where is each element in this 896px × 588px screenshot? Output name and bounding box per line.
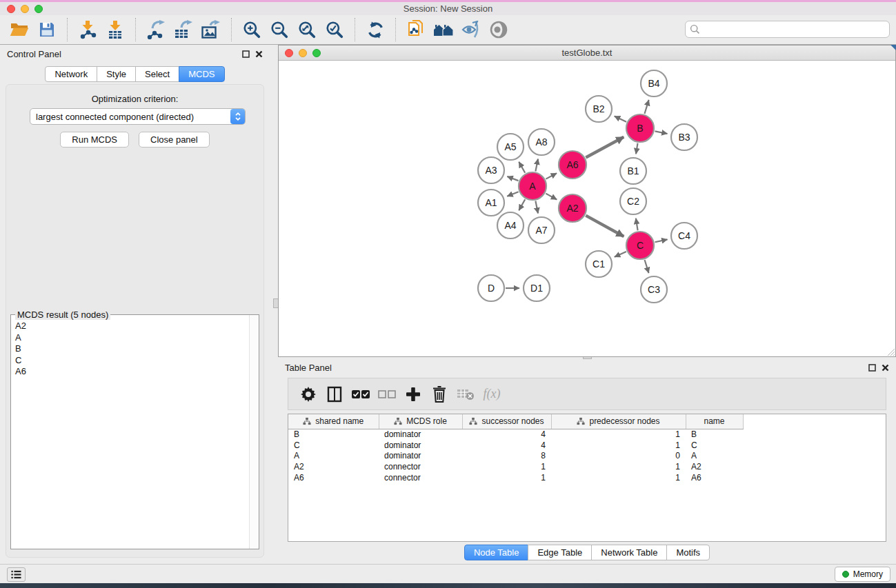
network-canvas[interactable]: AA1A2A3A4A5A6A7A8BB1B2B3B4CC1C2C3C4DD1 [279, 61, 895, 356]
close-panel-icon[interactable] [255, 50, 263, 58]
graph-edge-A-A2[interactable] [546, 194, 557, 200]
close-window-button[interactable] [7, 5, 15, 13]
network-minimize-button[interactable] [299, 49, 307, 57]
table-cell[interactable]: C [686, 440, 743, 451]
mcds-result-item[interactable]: A6 [11, 366, 248, 378]
graph-edge-A-A3[interactable] [507, 176, 518, 181]
column-header-mcds-role[interactable]: MCDS role [379, 414, 462, 429]
graph-node-B4[interactable]: B4 [641, 70, 667, 97]
table-cell[interactable]: 1 [551, 472, 686, 483]
graph-node-A4[interactable]: A4 [497, 212, 524, 239]
close-panel-icon[interactable] [882, 364, 889, 372]
graph-edge-C-C3[interactable] [645, 260, 649, 273]
column-header-predecessor-nodes[interactable]: predecessor nodes [551, 414, 686, 429]
table-cell[interactable]: 0 [551, 451, 686, 462]
graph-edge-A-A4[interactable] [519, 199, 525, 210]
graph-edge-C-C2[interactable] [636, 219, 638, 231]
graph-node-A6[interactable]: A6 [559, 151, 586, 179]
graph-node-D1[interactable]: D1 [524, 275, 550, 301]
tab-motifs[interactable]: Motifs [666, 545, 710, 560]
graph-edge-A-A5[interactable] [519, 162, 525, 173]
graph-edge-A-A7[interactable] [535, 201, 538, 214]
tab-network[interactable]: Network [45, 66, 97, 82]
delete-column-icon[interactable] [427, 382, 452, 407]
show-column-icon[interactable] [322, 382, 347, 407]
table-cell[interactable]: dominator [379, 440, 462, 451]
duplicate-network-icon[interactable] [404, 17, 428, 42]
graph-edge-A-A6[interactable] [546, 173, 557, 179]
result-scrollbar[interactable] [249, 315, 259, 549]
window-resize-corner[interactable] [890, 45, 896, 50]
float-panel-icon[interactable] [868, 364, 876, 372]
mcds-result-item[interactable]: A [11, 332, 248, 344]
graph-edge-B-B3[interactable] [655, 131, 668, 134]
graph-node-C2[interactable]: C2 [620, 188, 646, 214]
graph-edge-C-C1[interactable] [615, 252, 626, 257]
export-network-icon[interactable] [143, 17, 168, 42]
table-row[interactable]: Cdominator41C [288, 440, 743, 451]
table-cell[interactable]: dominator [379, 429, 462, 440]
graph-node-A5[interactable]: A5 [497, 134, 524, 160]
zoom-in-icon[interactable] [239, 17, 264, 42]
show-details-icon[interactable] [486, 17, 511, 42]
minimize-window-button[interactable] [21, 5, 29, 13]
tab-mcds[interactable]: MCDS [179, 66, 224, 82]
table-cell[interactable]: A [288, 451, 379, 462]
graph-node-A8[interactable]: A8 [528, 129, 555, 155]
graph-edge-C-C4[interactable] [655, 239, 667, 242]
network-zoom-button[interactable] [312, 49, 321, 57]
network-window-titlebar[interactable]: testGlobe.txt [279, 45, 895, 61]
column-header-shared-name[interactable]: shared name [288, 414, 379, 429]
table-cell[interactable]: 1 [551, 461, 686, 472]
graph-node-B3[interactable]: B3 [671, 124, 697, 150]
search-input[interactable] [685, 21, 890, 38]
canvas-resize-grip[interactable] [886, 347, 895, 356]
tab-select[interactable]: Select [135, 66, 179, 82]
graph-node-A[interactable]: A [519, 172, 546, 200]
table-cell[interactable]: 1 [462, 472, 551, 483]
table-cell[interactable]: A2 [288, 461, 379, 472]
deselect-all-rows-icon[interactable] [375, 382, 399, 407]
hide-details-icon[interactable] [459, 17, 484, 42]
graph-edge-B-B2[interactable] [615, 116, 626, 122]
table-cell[interactable]: 8 [462, 451, 551, 462]
graph-node-B1[interactable]: B1 [620, 158, 646, 184]
tab-style[interactable]: Style [97, 66, 136, 82]
graph-edge-A6-B[interactable] [586, 137, 624, 158]
column-header-successor-nodes[interactable]: successor nodes [462, 414, 551, 429]
table-row[interactable]: Bdominator41B [288, 429, 743, 440]
graph-edge-A-A8[interactable] [535, 159, 538, 171]
graph-node-B2[interactable]: B2 [586, 96, 612, 122]
table-cell[interactable]: 1 [551, 429, 686, 440]
mcds-result-item[interactable]: C [11, 355, 248, 367]
table-row[interactable]: Adominator80A [288, 451, 743, 462]
table-cell[interactable]: 1 [551, 440, 686, 451]
table-cell[interactable]: connector [379, 461, 462, 472]
table-cell[interactable]: dominator [379, 451, 462, 462]
table-cell[interactable]: 4 [462, 429, 551, 440]
graph-node-C[interactable]: C [626, 232, 654, 259]
column-header-name[interactable]: name [686, 414, 743, 429]
graph-edge-B-B4[interactable] [644, 100, 648, 114]
zoom-window-button[interactable] [34, 5, 43, 13]
graph-node-A3[interactable]: A3 [478, 157, 504, 183]
delete-table-icon[interactable] [453, 382, 478, 407]
import-table-icon[interactable] [103, 17, 128, 42]
tab-edge-table[interactable]: Edge Table [528, 545, 592, 560]
graph-node-C1[interactable]: C1 [586, 251, 612, 277]
table-cell[interactable]: 1 [462, 461, 551, 472]
table-cell[interactable]: B [686, 429, 743, 440]
table-cell[interactable]: 4 [462, 440, 551, 451]
graph-node-D[interactable]: D [478, 275, 504, 301]
tab-network-table[interactable]: Network Table [591, 545, 667, 560]
zoom-fit-icon[interactable] [295, 17, 319, 42]
graph-node-A1[interactable]: A1 [478, 190, 504, 216]
graph-edge-A-A1[interactable] [507, 192, 518, 196]
run-mcds-button[interactable]: Run MCDS [60, 132, 129, 148]
export-image-icon[interactable] [199, 17, 223, 42]
home-icon[interactable] [431, 17, 456, 42]
table-row[interactable]: A6connector11A6 [288, 472, 743, 483]
graph-node-C4[interactable]: C4 [671, 223, 697, 249]
float-panel-icon[interactable] [242, 50, 250, 58]
memory-button[interactable]: Memory [835, 567, 890, 582]
